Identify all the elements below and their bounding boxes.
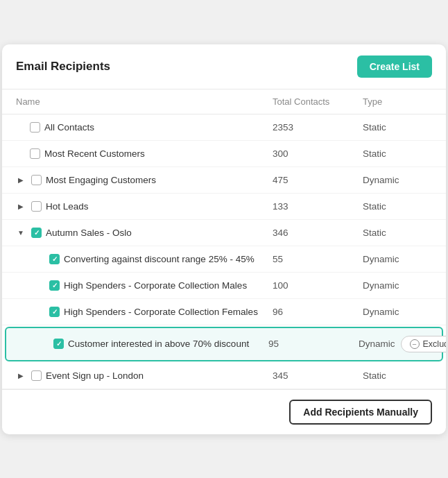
table-row: High Spenders - Corporate Collection Mal… (2, 273, 446, 299)
table-header: Name Total Contacts Type (2, 89, 446, 114)
row-name-cell: ▶Most Engaging Customers (16, 175, 273, 185)
row-type-actions: Dynamic (363, 254, 432, 264)
row-name-cell: All Contacts (16, 122, 273, 133)
row-checkbox[interactable] (31, 175, 42, 185)
row-checkbox[interactable] (49, 307, 60, 317)
row-contacts: 95 (268, 339, 359, 349)
row-type: Static (363, 370, 386, 381)
row-type: Dynamic (363, 254, 399, 264)
row-contacts: 2353 (273, 122, 363, 133)
row-checkbox[interactable] (30, 122, 40, 133)
collapse-icon[interactable]: ▼ (16, 228, 26, 237)
row-type: Static (363, 228, 386, 238)
row-type: Static (363, 148, 386, 159)
row-checkbox[interactable] (31, 370, 42, 381)
table-row: Converting against discount range 25% - … (2, 246, 446, 273)
exclude-button[interactable]: −Exclude (401, 336, 446, 352)
row-type-actions: Dynamic (363, 307, 432, 317)
row-label: Hot Leads (46, 201, 89, 212)
card-header: Email Recipients Create List (2, 44, 446, 89)
row-checkbox[interactable] (53, 339, 64, 349)
table-row: ▶Most Engaging Customers475Dynamic (2, 167, 446, 194)
row-label: Most Recent Customers (44, 148, 145, 159)
card-footer: Add Recipients Manually (2, 389, 446, 434)
email-recipients-card: Email Recipients Create List Name Total … (2, 44, 446, 434)
exclude-icon: − (410, 339, 420, 349)
row-name-cell: Most Recent Customers (16, 148, 273, 159)
row-type: Static (363, 122, 386, 133)
table-row: ▶Hot Leads133Static (2, 194, 446, 220)
row-name-cell: High Spenders - Corporate Collection Mal… (16, 280, 273, 291)
row-checkbox[interactable] (31, 201, 42, 212)
row-checkbox[interactable] (49, 254, 60, 264)
row-checkbox[interactable] (30, 148, 40, 159)
row-label: Autumn Sales - Oslo (46, 228, 132, 238)
col-header-contacts: Total Contacts (273, 96, 363, 107)
row-type: Static (363, 201, 386, 212)
row-name-cell: ▶Hot Leads (16, 201, 273, 212)
row-contacts: 55 (273, 254, 363, 264)
row-type: Dynamic (359, 339, 395, 349)
row-type-actions: Dynamic (363, 175, 432, 185)
row-checkbox[interactable] (49, 280, 60, 291)
row-label: High Spenders - Corporate Collection Mal… (64, 280, 247, 291)
card-title: Email Recipients (16, 60, 110, 74)
col-header-type: Type (363, 96, 432, 107)
row-label: Converting against discount range 25% - … (64, 254, 255, 264)
table-row: ▶Event Sign up - London345Static (2, 363, 446, 389)
row-type-actions: Dynamic (363, 280, 432, 291)
row-type: Dynamic (363, 175, 399, 185)
row-type-actions: Dynamic−Exclude (359, 336, 428, 352)
expand-icon[interactable]: ▶ (16, 175, 26, 185)
row-name-cell: High Spenders - Corporate Collection Fem… (16, 307, 273, 317)
row-label: Customer interested in above 70% discoun… (68, 339, 249, 349)
row-type-actions: Static (363, 148, 432, 159)
row-checkbox[interactable] (31, 228, 42, 238)
row-label: All Contacts (44, 122, 94, 133)
create-list-button[interactable]: Create List (357, 56, 432, 78)
row-contacts: 133 (273, 201, 363, 212)
row-contacts: 345 (273, 370, 363, 381)
expand-icon[interactable]: ▶ (16, 370, 26, 380)
row-type-actions: Static (363, 201, 432, 212)
table-row: Customer interested in above 70% discoun… (5, 327, 443, 361)
row-contacts: 346 (273, 228, 363, 238)
row-type-actions: Static (363, 228, 432, 238)
row-contacts: 300 (273, 148, 363, 159)
row-type-actions: Static (363, 122, 432, 133)
table-row: Most Recent Customers300Static (2, 141, 446, 167)
row-name-cell: Converting against discount range 25% - … (16, 254, 273, 264)
table-row: All Contacts2353Static (2, 114, 446, 141)
expand-icon[interactable]: ▶ (16, 201, 26, 211)
row-type: Dynamic (363, 280, 399, 291)
row-contacts: 475 (273, 175, 363, 185)
table-row: High Spenders - Corporate Collection Fem… (2, 299, 446, 325)
exclude-label: Exclude (423, 339, 446, 349)
row-label: Most Engaging Customers (46, 175, 156, 185)
row-type-actions: Static (363, 370, 432, 381)
table-row: ▼Autumn Sales - Oslo346Static (2, 220, 446, 246)
table-body: All Contacts2353StaticMost Recent Custom… (2, 114, 446, 389)
row-label: High Spenders - Corporate Collection Fem… (64, 307, 258, 317)
row-name-cell: ▶Event Sign up - London (16, 370, 273, 381)
row-contacts: 96 (273, 307, 363, 317)
add-recipients-manually-button[interactable]: Add Recipients Manually (289, 400, 432, 425)
col-header-name: Name (16, 96, 273, 107)
row-type: Dynamic (363, 307, 399, 317)
row-name-cell: Customer interested in above 70% discoun… (20, 339, 268, 349)
row-label: Event Sign up - London (46, 370, 144, 381)
row-contacts: 100 (273, 280, 363, 291)
row-name-cell: ▼Autumn Sales - Oslo (16, 228, 273, 238)
